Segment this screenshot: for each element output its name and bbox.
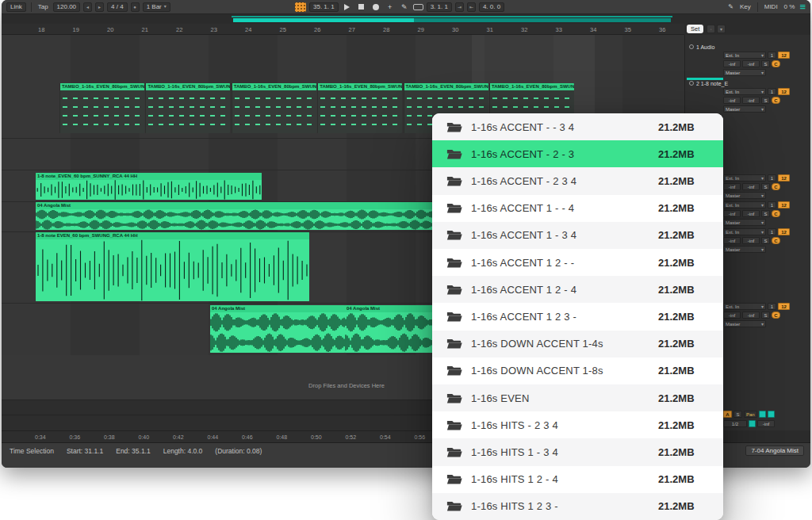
punch-out-icon[interactable]: ⇤ [467, 2, 476, 12]
output-select[interactable]: Master ▾ [723, 219, 766, 226]
solo-button[interactable]: S [761, 312, 770, 319]
time-signature-field[interactable]: 4 / 4 [107, 2, 128, 12]
play-button[interactable] [342, 2, 353, 12]
volume-value[interactable]: -inf [723, 183, 741, 190]
file-list-item[interactable]: 1-16s HITS 1 2 3 - 21.2MB [432, 493, 723, 520]
master-volume-value[interactable]: -inf [757, 420, 775, 427]
metronome-icon[interactable]: ● [131, 2, 140, 12]
output-select[interactable]: Master ▾ [723, 69, 766, 76]
track-header[interactable]: 1 Audio [685, 43, 810, 51]
audio-clip-angola-2[interactable]: 04 Angola Mist [210, 305, 345, 353]
audio-clip-tambo[interactable]: TAMBO_1-16s_EVEN_80bpm_SWUNG_SONY-C800 [317, 83, 402, 133]
input-sub-channel[interactable]: 12 [778, 88, 790, 95]
record-button[interactable] [370, 2, 381, 12]
file-list-item[interactable]: 1-16s HITS 1 2 - 4 21.2MB [432, 466, 723, 493]
pan-knob[interactable]: Pan [744, 411, 757, 418]
solo-button[interactable]: S [761, 183, 770, 190]
file-list-item[interactable]: 1-16s HITS - 2 3 4 21.2MB [432, 411, 723, 438]
key-map-button[interactable]: Key [738, 3, 753, 10]
cue-button[interactable]: C [772, 237, 780, 244]
file-list-item[interactable]: 1-16s ACCENT - - 3 4 21.2MB [432, 113, 723, 140]
file-list-item[interactable]: 1-16s ACCENT 1 - - 4 21.2MB [432, 195, 723, 222]
nudge-down-icon[interactable]: ◂ [83, 2, 92, 12]
tempo-field[interactable]: 120.00 [53, 2, 80, 12]
menu-icon[interactable]: ≡ [799, 2, 806, 12]
draw-mode-button[interactable]: ✎ [399, 2, 410, 12]
arm-icon[interactable] [689, 81, 694, 86]
marker-prev-icon[interactable]: ◦ [707, 25, 715, 33]
track-header[interactable]: 2 1-8 note_E [685, 79, 810, 87]
cue-button[interactable]: C [772, 312, 780, 319]
loop-start-field[interactable]: 3. 1. 1 [427, 2, 452, 12]
solo-button[interactable]: S [761, 97, 770, 104]
file-list-item[interactable]: 1-16s DOWN ACCENT 1-4s 21.2MB [432, 331, 723, 358]
file-list-item[interactable]: 1-16s ACCENT 1 - 3 4 21.2MB [432, 222, 723, 249]
solo-button[interactable]: S [733, 411, 742, 418]
arm-icon[interactable] [689, 44, 694, 49]
audio-clip-angola-1[interactable]: 04 Angola Mist [36, 202, 434, 230]
loop-icon[interactable] [413, 4, 423, 10]
loop-length-field[interactable]: 4. 0. 0 [479, 2, 504, 12]
arrangement-overview[interactable] [2, 15, 810, 24]
solo-button[interactable]: S [761, 237, 770, 244]
input-channel[interactable]: 1 [768, 228, 776, 235]
file-list-item[interactable]: 1-16s EVEN 21.2MB [432, 384, 723, 411]
volume-value[interactable]: -inf [723, 210, 741, 217]
cue-button[interactable]: C [772, 60, 780, 67]
stop-button[interactable] [356, 2, 367, 12]
cue-button[interactable]: C [772, 97, 780, 104]
set-button[interactable]: Set [687, 25, 703, 33]
input-select[interactable]: Ext. In ▾ [723, 228, 766, 235]
volume-value[interactable]: -inf [723, 60, 741, 67]
file-list-item[interactable]: 1-16s ACCENT 1 2 - 4 21.2MB [432, 276, 723, 303]
input-channel[interactable]: 1 [768, 52, 776, 59]
output-select[interactable]: Master ▾ [723, 320, 766, 327]
nudge-up-icon[interactable]: ▸ [95, 2, 104, 12]
input-select[interactable]: Ext. In ▾ [723, 174, 766, 182]
gain-value[interactable]: -inf [742, 183, 760, 190]
volume-value[interactable]: -inf [723, 312, 741, 319]
quantize-menu[interactable]: 1 Bar ▾ [143, 2, 170, 12]
input-select[interactable]: Ext. In ▾ [723, 303, 766, 310]
file-list-item[interactable]: 1-16s ACCENT 1 2 - - 21.2MB [432, 249, 723, 276]
beat-time-ruler[interactable]: 18192021222324252627282930313233343536 [2, 24, 684, 35]
tap-tempo-button[interactable]: Tap [36, 3, 50, 10]
cue-button[interactable]: C [772, 183, 780, 190]
solo-button[interactable]: S [761, 210, 770, 217]
gain-value[interactable]: -inf [742, 312, 760, 319]
input-sub-channel[interactable]: 12 [778, 201, 790, 208]
file-list-item[interactable]: 1-16s ACCENT - 2 - 3 21.2MB [432, 140, 723, 167]
audio-clip-tambo[interactable]: TAMBO_1-16s_EVEN_80bpm_SWUNG_SONY-C800 [59, 83, 144, 133]
overdub-button[interactable]: + [385, 2, 396, 12]
crossfade-a-button[interactable]: A [723, 411, 732, 418]
marker-next-icon[interactable]: ▾ [717, 25, 726, 33]
file-list-item[interactable]: 1-16s ACCENT 1 2 3 - 21.2MB [432, 303, 723, 330]
output-select[interactable]: Master ▾ [723, 246, 766, 253]
midi-map-button[interactable]: MIDI [763, 3, 779, 10]
file-list-item[interactable]: 1-16s ACCENT - 2 3 4 21.2MB [432, 167, 723, 194]
grid-select[interactable]: 1/2 [723, 420, 747, 427]
pencil-icon[interactable]: ✎ [726, 3, 735, 10]
gain-value[interactable]: -inf [742, 60, 760, 67]
input-sub-channel[interactable]: 12 [778, 303, 790, 310]
input-channel[interactable]: 1 [768, 303, 776, 310]
output-select[interactable]: Master ▾ [723, 105, 766, 113]
input-select[interactable]: Ext. In ▾ [723, 88, 766, 95]
audio-clip-hat-sunny[interactable]: 1-8 note_EVEN_60 bpm_SUNNY_RCA 44 HH [36, 173, 262, 200]
gain-value[interactable]: -inf [742, 97, 760, 104]
file-list-item[interactable]: 1-16s DOWN ACCENT 1-8s 21.2MB [432, 358, 723, 384]
link-button[interactable]: Link [6, 2, 26, 12]
input-sub-channel[interactable]: 12 [778, 228, 790, 235]
input-select[interactable]: Ext. In ▾ [723, 201, 766, 208]
punch-in-icon[interactable]: ⇥ [455, 2, 464, 12]
session-grid-icon[interactable] [295, 2, 306, 12]
gain-value[interactable]: -inf [742, 237, 760, 244]
audio-clip-angola-3[interactable]: 04 Angola Mist [345, 305, 440, 353]
input-sub-channel[interactable]: 12 [778, 174, 790, 182]
file-list-item[interactable]: 1-16s HITS 1 - 3 4 21.2MB [432, 438, 723, 465]
volume-value[interactable]: -inf [723, 237, 741, 244]
cue-button[interactable]: C [772, 210, 780, 217]
input-channel[interactable]: 1 [768, 88, 776, 95]
input-sub-channel[interactable]: 12 [778, 52, 790, 59]
audio-clip-hat-swung[interactable]: 1-8 note EVEN_60 bpm_SWUNG_RCA 44 HH [36, 232, 309, 301]
